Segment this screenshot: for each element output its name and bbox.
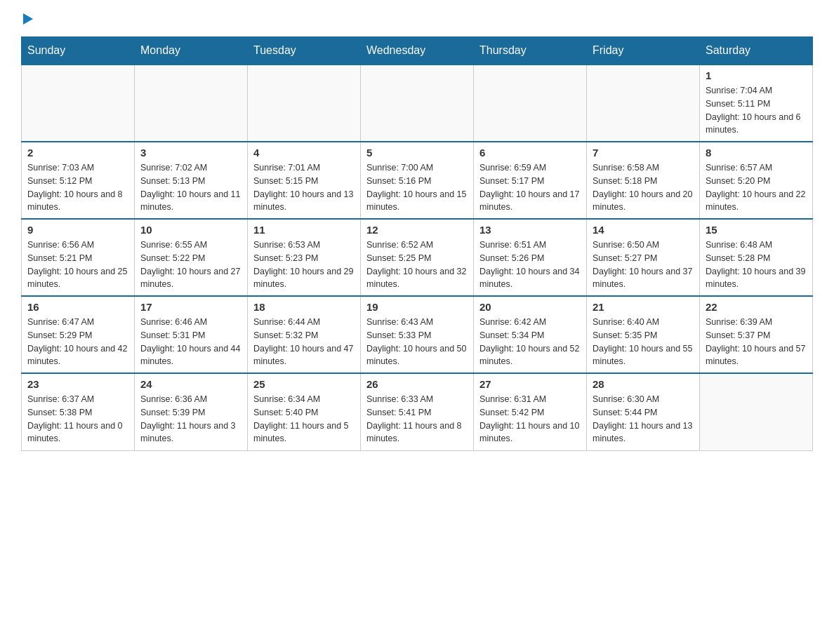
calendar-cell: [361, 65, 474, 142]
day-number: 2: [27, 147, 128, 159]
calendar-cell: 11Sunrise: 6:53 AMSunset: 5:23 PMDayligh…: [248, 219, 361, 296]
calendar-cell: 8Sunrise: 6:57 AMSunset: 5:20 PMDaylight…: [700, 142, 813, 219]
day-info: Sunrise: 6:56 AMSunset: 5:21 PMDaylight:…: [27, 239, 128, 291]
logo-arrow-icon: [23, 13, 33, 25]
day-of-week-thursday: Thursday: [474, 37, 587, 65]
day-info: Sunrise: 6:55 AMSunset: 5:22 PMDaylight:…: [140, 239, 241, 291]
calendar-week-4: 16Sunrise: 6:47 AMSunset: 5:29 PMDayligh…: [22, 296, 813, 373]
calendar-cell: 6Sunrise: 6:59 AMSunset: 5:17 PMDaylight…: [474, 142, 587, 219]
day-number: 17: [140, 301, 241, 313]
day-number: 14: [593, 224, 694, 236]
day-of-week-sunday: Sunday: [22, 37, 135, 65]
day-info: Sunrise: 6:44 AMSunset: 5:32 PMDaylight:…: [253, 316, 355, 368]
day-of-week-tuesday: Tuesday: [248, 37, 361, 65]
day-of-week-wednesday: Wednesday: [361, 37, 474, 65]
day-number: 18: [253, 301, 355, 313]
calendar-week-1: 1Sunrise: 7:04 AMSunset: 5:11 PMDaylight…: [22, 65, 813, 142]
calendar-cell: 22Sunrise: 6:39 AMSunset: 5:37 PMDayligh…: [700, 296, 813, 373]
day-number: 11: [253, 224, 355, 236]
day-number: 8: [706, 147, 807, 159]
day-info: Sunrise: 6:31 AMSunset: 5:42 PMDaylight:…: [479, 393, 581, 445]
day-number: 5: [366, 147, 468, 159]
calendar-cell: 13Sunrise: 6:51 AMSunset: 5:26 PMDayligh…: [474, 219, 587, 296]
day-number: 23: [27, 378, 128, 390]
day-number: 7: [593, 147, 694, 159]
calendar-cell: 12Sunrise: 6:52 AMSunset: 5:25 PMDayligh…: [361, 219, 474, 296]
day-number: 15: [706, 224, 807, 236]
day-info: Sunrise: 6:46 AMSunset: 5:31 PMDaylight:…: [140, 316, 241, 368]
day-info: Sunrise: 6:50 AMSunset: 5:27 PMDaylight:…: [593, 239, 694, 291]
calendar-cell: 20Sunrise: 6:42 AMSunset: 5:34 PMDayligh…: [474, 296, 587, 373]
calendar-cell: [135, 65, 248, 142]
day-of-week-monday: Monday: [135, 37, 248, 65]
calendar-cell: 10Sunrise: 6:55 AMSunset: 5:22 PMDayligh…: [135, 219, 248, 296]
day-info: Sunrise: 7:00 AMSunset: 5:16 PMDaylight:…: [366, 161, 468, 214]
calendar-cell: 19Sunrise: 6:43 AMSunset: 5:33 PMDayligh…: [361, 296, 474, 373]
day-info: Sunrise: 6:39 AMSunset: 5:37 PMDaylight:…: [706, 316, 807, 368]
calendar-cell: 3Sunrise: 7:02 AMSunset: 5:13 PMDaylight…: [135, 142, 248, 219]
calendar-week-3: 9Sunrise: 6:56 AMSunset: 5:21 PMDaylight…: [22, 219, 813, 296]
day-number: 1: [706, 69, 807, 81]
day-info: Sunrise: 6:30 AMSunset: 5:44 PMDaylight:…: [593, 393, 694, 445]
calendar-cell: 16Sunrise: 6:47 AMSunset: 5:29 PMDayligh…: [22, 296, 135, 373]
calendar-cell: 23Sunrise: 6:37 AMSunset: 5:38 PMDayligh…: [22, 373, 135, 450]
day-number: 27: [479, 378, 581, 390]
calendar-cell: [700, 373, 813, 450]
calendar-week-5: 23Sunrise: 6:37 AMSunset: 5:38 PMDayligh…: [22, 373, 813, 450]
day-info: Sunrise: 6:43 AMSunset: 5:33 PMDaylight:…: [366, 316, 468, 368]
day-number: 6: [479, 147, 581, 159]
calendar-cell: 2Sunrise: 7:03 AMSunset: 5:12 PMDaylight…: [22, 142, 135, 219]
day-info: Sunrise: 6:37 AMSunset: 5:38 PMDaylight:…: [27, 393, 128, 445]
day-number: 12: [366, 224, 468, 236]
calendar-cell: 14Sunrise: 6:50 AMSunset: 5:27 PMDayligh…: [587, 219, 700, 296]
day-number: 24: [140, 378, 241, 390]
day-number: 19: [366, 301, 468, 313]
day-info: Sunrise: 6:48 AMSunset: 5:28 PMDaylight:…: [706, 239, 807, 291]
day-info: Sunrise: 6:36 AMSunset: 5:39 PMDaylight:…: [140, 393, 241, 445]
day-number: 3: [140, 147, 241, 159]
day-of-week-saturday: Saturday: [700, 37, 813, 65]
calendar-cell: 7Sunrise: 6:58 AMSunset: 5:18 PMDaylight…: [587, 142, 700, 219]
day-info: Sunrise: 7:01 AMSunset: 5:15 PMDaylight:…: [253, 161, 355, 214]
day-info: Sunrise: 6:53 AMSunset: 5:23 PMDaylight:…: [253, 239, 355, 291]
day-info: Sunrise: 6:52 AMSunset: 5:25 PMDaylight:…: [366, 239, 468, 291]
day-number: 4: [253, 147, 355, 159]
calendar-cell: [248, 65, 361, 142]
day-info: Sunrise: 7:04 AMSunset: 5:11 PMDaylight:…: [706, 84, 807, 137]
day-info: Sunrise: 6:47 AMSunset: 5:29 PMDaylight:…: [27, 316, 128, 368]
day-info: Sunrise: 6:33 AMSunset: 5:41 PMDaylight:…: [366, 393, 468, 445]
day-info: Sunrise: 7:03 AMSunset: 5:12 PMDaylight:…: [27, 161, 128, 214]
header: [21, 14, 813, 25]
day-number: 21: [593, 301, 694, 313]
calendar-week-2: 2Sunrise: 7:03 AMSunset: 5:12 PMDaylight…: [22, 142, 813, 219]
day-number: 25: [253, 378, 355, 390]
calendar-cell: 27Sunrise: 6:31 AMSunset: 5:42 PMDayligh…: [474, 373, 587, 450]
calendar-cell: 17Sunrise: 6:46 AMSunset: 5:31 PMDayligh…: [135, 296, 248, 373]
day-info: Sunrise: 6:59 AMSunset: 5:17 PMDaylight:…: [479, 161, 581, 214]
day-number: 22: [706, 301, 807, 313]
day-number: 16: [27, 301, 128, 313]
logo: [21, 14, 33, 25]
day-info: Sunrise: 6:51 AMSunset: 5:26 PMDaylight:…: [479, 239, 581, 291]
calendar-cell: 28Sunrise: 6:30 AMSunset: 5:44 PMDayligh…: [587, 373, 700, 450]
calendar-table: SundayMondayTuesdayWednesdayThursdayFrid…: [21, 36, 813, 451]
day-number: 26: [366, 378, 468, 390]
calendar-cell: 1Sunrise: 7:04 AMSunset: 5:11 PMDaylight…: [700, 65, 813, 142]
day-info: Sunrise: 6:42 AMSunset: 5:34 PMDaylight:…: [479, 316, 581, 368]
day-number: 13: [479, 224, 581, 236]
day-info: Sunrise: 7:02 AMSunset: 5:13 PMDaylight:…: [140, 161, 241, 214]
calendar-header: SundayMondayTuesdayWednesdayThursdayFrid…: [22, 37, 813, 65]
calendar-cell: 4Sunrise: 7:01 AMSunset: 5:15 PMDaylight…: [248, 142, 361, 219]
day-info: Sunrise: 6:57 AMSunset: 5:20 PMDaylight:…: [706, 161, 807, 214]
day-info: Sunrise: 6:40 AMSunset: 5:35 PMDaylight:…: [593, 316, 694, 368]
calendar-cell: 18Sunrise: 6:44 AMSunset: 5:32 PMDayligh…: [248, 296, 361, 373]
day-of-week-friday: Friday: [587, 37, 700, 65]
calendar-cell: 25Sunrise: 6:34 AMSunset: 5:40 PMDayligh…: [248, 373, 361, 450]
calendar-cell: 15Sunrise: 6:48 AMSunset: 5:28 PMDayligh…: [700, 219, 813, 296]
calendar-cell: 24Sunrise: 6:36 AMSunset: 5:39 PMDayligh…: [135, 373, 248, 450]
calendar-cell: [474, 65, 587, 142]
calendar-cell: 26Sunrise: 6:33 AMSunset: 5:41 PMDayligh…: [361, 373, 474, 450]
day-number: 20: [479, 301, 581, 313]
day-number: 10: [140, 224, 241, 236]
day-info: Sunrise: 6:34 AMSunset: 5:40 PMDaylight:…: [253, 393, 355, 445]
